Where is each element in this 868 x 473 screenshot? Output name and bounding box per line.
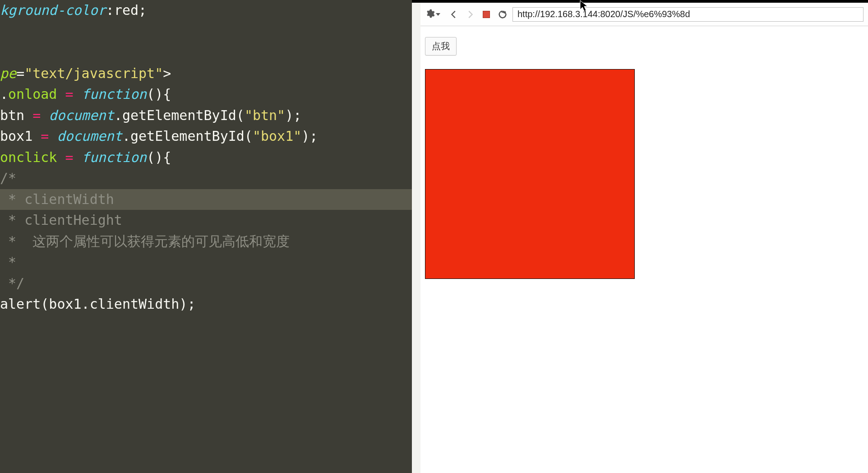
- code-token: pe: [0, 65, 16, 81]
- code-line[interactable]: .onload = function(){: [0, 84, 412, 105]
- code-token: >: [163, 65, 171, 81]
- code-line[interactable]: alert(box1.clientWidth);: [0, 294, 412, 315]
- code-token: .: [0, 86, 8, 102]
- code-line[interactable]: [0, 42, 412, 63]
- code-token: * 这两个属性可以获得元素的可见高低和宽度: [0, 233, 290, 249]
- code-editor-pane[interactable]: kground-color:red;pe="text/javascript">.…: [0, 0, 412, 473]
- forward-button[interactable]: [464, 8, 476, 21]
- code-token: onclick: [0, 149, 57, 165]
- code-token: (){: [147, 149, 171, 165]
- code-line[interactable]: /*: [0, 168, 412, 189]
- code-token: );: [285, 107, 301, 123]
- back-button[interactable]: [448, 8, 460, 21]
- code-token: =: [65, 86, 74, 102]
- code-token: function: [82, 149, 147, 165]
- reload-button[interactable]: [496, 8, 509, 21]
- code-token: [41, 107, 49, 123]
- code-token: onload: [8, 86, 57, 102]
- code-token: document: [57, 128, 122, 144]
- editor-content: kground-color:red;pe="text/javascript">.…: [0, 0, 412, 315]
- settings-menu[interactable]: [425, 9, 440, 20]
- code-token: red: [114, 2, 139, 18]
- code-token: =: [32, 107, 41, 123]
- url-bar[interactable]: http://192.168.3.144:8020/JS/%e6%93%8d: [512, 7, 863, 22]
- code-token: =: [41, 128, 49, 144]
- code-line[interactable]: box1 = document.getElementById("box1");: [0, 126, 412, 147]
- code-token: /*: [0, 170, 16, 186]
- red-box: [425, 69, 635, 279]
- code-token: function: [82, 86, 147, 102]
- code-token: getElementById(: [122, 107, 245, 123]
- url-text: http://192.168.3.144:8020/JS/%e6%93%8d: [517, 9, 690, 19]
- code-token: );: [301, 128, 318, 144]
- code-token: "text/javascript": [24, 65, 163, 81]
- code-token: "box1": [253, 128, 301, 144]
- code-token: ;: [139, 2, 147, 18]
- code-line[interactable]: * clientHeight: [0, 210, 412, 231]
- code-token: * clientWidth: [0, 191, 114, 207]
- stop-icon: [483, 11, 490, 18]
- code-token: getElementById(: [130, 128, 253, 144]
- code-line[interactable]: */: [0, 273, 412, 294]
- code-token: [74, 149, 82, 165]
- code-token: [57, 86, 65, 102]
- code-token: =: [16, 65, 24, 81]
- stop-button[interactable]: [480, 8, 493, 21]
- browser-viewport: 点我: [420, 26, 868, 473]
- browser-toolbar: http://192.168.3.144:8020/JS/%e6%93%8d: [420, 3, 868, 26]
- code-token: "btn": [245, 107, 285, 123]
- code-token: :: [106, 2, 114, 18]
- code-line[interactable]: * 这两个属性可以获得元素的可见高低和宽度: [0, 231, 412, 252]
- code-token: .: [122, 128, 130, 144]
- code-token: kground-color: [0, 2, 106, 18]
- code-line[interactable]: * clientWidth: [0, 189, 412, 210]
- code-token: document: [49, 107, 114, 123]
- code-token: .: [114, 107, 122, 123]
- code-token: =: [65, 149, 74, 165]
- code-token: btn: [0, 107, 32, 123]
- code-token: [49, 128, 57, 144]
- code-token: * clientHeight: [0, 212, 122, 228]
- pane-divider[interactable]: [412, 0, 420, 473]
- code-line[interactable]: [0, 21, 412, 42]
- code-token: */: [0, 275, 24, 291]
- code-token: box1: [0, 128, 41, 144]
- code-token: *: [0, 254, 24, 270]
- code-token: [57, 149, 65, 165]
- code-line[interactable]: kground-color:red;: [0, 0, 412, 21]
- click-me-button[interactable]: 点我: [425, 37, 457, 56]
- code-line[interactable]: pe="text/javascript">: [0, 63, 412, 84]
- gear-icon: [425, 9, 435, 20]
- code-token: (){: [147, 86, 171, 102]
- dropdown-caret-icon: [436, 13, 440, 16]
- code-line[interactable]: onclick = function(){: [0, 147, 412, 168]
- code-line[interactable]: btn = document.getElementById("btn");: [0, 105, 412, 126]
- browser-preview-pane: http://192.168.3.144:8020/JS/%e6%93%8d 点…: [420, 0, 868, 473]
- code-token: [74, 86, 82, 102]
- code-line[interactable]: *: [0, 252, 412, 273]
- code-token: alert(box1.clientWidth);: [0, 296, 195, 312]
